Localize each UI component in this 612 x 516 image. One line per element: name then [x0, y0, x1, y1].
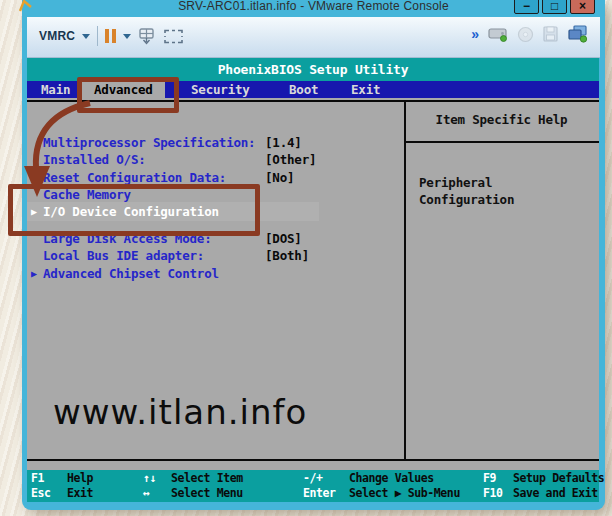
pause-menu-caret-icon[interactable]: [123, 34, 131, 39]
key-f9: F9: [483, 471, 513, 486]
bios-item-local-bus-ide-adapter[interactable]: Local Bus IDE adapter: [Both]: [27, 247, 404, 264]
item-label: Local Bus IDE adapter:: [43, 247, 204, 264]
keybar-row-2: EscExit ↔Select Menu EnterSelect ▶ Sub-M…: [31, 486, 595, 501]
bios-item-multiprocessor-specification[interactable]: Multiprocessor Specification: [1.4]: [27, 134, 404, 151]
screenshot-stage: SRV-ARC01.itlan.info - VMware Remote Con…: [0, 0, 612, 516]
toolbar-expand-icon[interactable]: »: [471, 27, 479, 41]
key-enter-label: Select ▶ Sub-Menu: [349, 486, 460, 501]
bios-screen: PhoenixBIOS Setup Utility Main Advanced …: [27, 58, 599, 502]
divider-bottom: [27, 459, 599, 461]
key-f10: F10: [483, 486, 513, 501]
key-updown: ↑↓: [143, 471, 171, 486]
key-enter: Enter: [303, 486, 349, 501]
tab-security[interactable]: Security: [191, 81, 250, 98]
close-button[interactable]: ×: [570, 0, 595, 14]
key-leftright-label: Select Menu: [171, 486, 243, 501]
help-panel-divider: [404, 102, 406, 461]
cdrom-icon[interactable]: [517, 26, 534, 43]
tab-exit[interactable]: Exit: [351, 81, 380, 98]
vmrc-menu-caret-icon[interactable]: [82, 34, 90, 39]
tab-boot[interactable]: Boot: [289, 81, 318, 98]
key-minus-plus-label: Change Values: [349, 471, 434, 486]
cursor-corner-mark-icon: [19, 0, 33, 12]
key-leftright: ↔: [143, 486, 171, 501]
key-minus-plus: -/+: [303, 471, 349, 486]
key-esc-label: Exit: [67, 486, 93, 501]
keybar-row-1: F1Help ↑↓Select Item -/+Change Values F9…: [31, 471, 595, 486]
item-value: [Both]: [265, 247, 309, 264]
item-value: [DOS]: [265, 230, 302, 247]
key-f1: F1: [31, 471, 67, 486]
toolbar-right-group: »: [471, 25, 588, 43]
tab-main[interactable]: Main: [41, 81, 70, 98]
item-label: Installed O/S:: [43, 151, 146, 168]
item-value: [Other]: [265, 151, 316, 168]
toolbar-separator: [97, 26, 98, 46]
help-title-underline: [404, 141, 599, 143]
item-label: Advanced Chipset Control: [43, 265, 219, 282]
window-titlebar[interactable]: SRV-ARC01.itlan.info - VMware Remote Con…: [22, 0, 605, 16]
vmrc-menu-button[interactable]: VMRC: [39, 29, 75, 43]
help-text-line-2: Configuration: [419, 192, 514, 207]
key-f1-label: Help: [67, 471, 93, 486]
harddisk-icon[interactable]: [488, 26, 508, 42]
key-updown-label: Select Item: [171, 471, 243, 486]
key-esc: Esc: [31, 486, 67, 501]
watermark-text: www.itlan.info: [53, 392, 307, 432]
annotation-box-advanced-tab: [77, 77, 179, 113]
network-display-icon[interactable]: [567, 25, 588, 43]
submenu-arrow-icon: ▶: [31, 265, 37, 282]
vmrc-toolbar: VMRC »: [27, 17, 600, 58]
bios-item-advanced-chipset-control[interactable]: ▶ Advanced Chipset Control: [27, 265, 404, 282]
item-value: [1.4]: [265, 134, 302, 151]
item-label: Multiprocessor Specification:: [43, 134, 255, 151]
floppy-icon[interactable]: [543, 26, 558, 42]
bios-keybar: F1Help ↑↓Select Item -/+Change Values F9…: [27, 470, 599, 502]
minimize-button[interactable]: −: [514, 0, 539, 14]
pause-icon[interactable]: [105, 29, 116, 43]
bios-item-installed-os[interactable]: Installed O/S: [Other]: [27, 151, 404, 168]
help-text-line-1: Peripheral: [419, 175, 492, 190]
fullscreen-icon[interactable]: [164, 29, 183, 44]
maximize-button[interactable]: □: [542, 0, 567, 14]
annotation-box-io-device-configuration: [8, 184, 260, 236]
key-f10-label: Save and Exit: [513, 486, 598, 501]
ctrl-alt-del-icon[interactable]: [138, 28, 157, 45]
help-panel-title: Item Specific Help: [404, 112, 599, 127]
item-value: [No]: [265, 169, 294, 186]
key-f9-label: Setup Defaults: [513, 471, 604, 486]
window-controls: − □ ×: [514, 0, 595, 14]
toolbar-left-group: VMRC: [39, 26, 183, 46]
